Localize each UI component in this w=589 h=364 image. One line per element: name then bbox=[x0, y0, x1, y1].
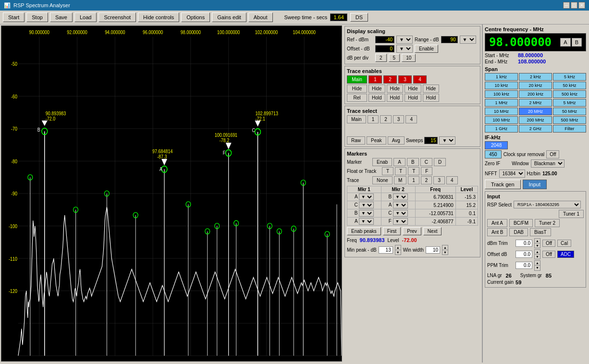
offset-db-input2[interactable] bbox=[515, 251, 532, 258]
title-bar-controls[interactable]: ─ □ ✕ bbox=[563, 2, 585, 9]
ref-dbm-input[interactable] bbox=[375, 36, 394, 43]
restore-button[interactable]: □ bbox=[571, 2, 577, 9]
ds-button[interactable]: DS bbox=[350, 13, 368, 22]
span-20khz[interactable]: 20 kHz bbox=[519, 82, 552, 89]
enab-peaks-button[interactable]: Enab peaks bbox=[347, 227, 381, 235]
float-f-button[interactable]: F bbox=[421, 167, 432, 175]
trace-num-4-button[interactable]: 4 bbox=[446, 176, 458, 184]
bc-fm-button[interactable]: BC/FM bbox=[509, 219, 533, 227]
span-filter[interactable]: Filter bbox=[553, 125, 586, 133]
trace-select-1[interactable]: 1 bbox=[368, 115, 379, 123]
offset-db-up[interactable]: ▲ bbox=[535, 250, 540, 255]
ppm-trim-down[interactable]: ▼ bbox=[535, 266, 540, 270]
mkr1-select-4[interactable]: ▼ bbox=[359, 218, 374, 225]
ant-a-button[interactable]: Ant A bbox=[487, 219, 507, 227]
trace-4-button[interactable]: 4 bbox=[413, 75, 427, 84]
if-450-button[interactable]: 450 bbox=[485, 150, 502, 158]
span-10mhz[interactable]: 10 MHz bbox=[485, 108, 518, 115]
hide-2-button[interactable]: Hide bbox=[387, 85, 404, 93]
ref-dbm-select[interactable]: ▼ bbox=[396, 36, 413, 44]
start-button[interactable]: Start bbox=[3, 12, 25, 22]
trace-3-button[interactable]: 3 bbox=[398, 75, 412, 84]
mkr2-select-4[interactable]: ▼ bbox=[393, 218, 408, 225]
off1-button[interactable]: Off bbox=[542, 240, 555, 247]
hide-main-button[interactable]: Hide bbox=[347, 85, 367, 93]
trace-select-3[interactable]: 3 bbox=[393, 115, 405, 123]
win-width-spinner[interactable]: ▲ ▼ bbox=[442, 245, 448, 255]
trace-main-button[interactable]: Main bbox=[347, 75, 367, 84]
first-button[interactable]: First bbox=[383, 227, 401, 235]
offset-db-down[interactable]: ▼ bbox=[535, 255, 540, 259]
prev-button[interactable]: Prev bbox=[403, 227, 421, 235]
clock-spur-off-button[interactable]: Off bbox=[546, 150, 559, 158]
min-peak-up[interactable]: ▲ bbox=[395, 245, 401, 250]
span-10khz[interactable]: 10 kHz bbox=[485, 82, 518, 89]
span-1ghz[interactable]: 1 GHz bbox=[485, 125, 518, 133]
close-button[interactable]: ✕ bbox=[578, 2, 585, 9]
load-button[interactable]: Load bbox=[74, 12, 97, 22]
enab-button[interactable]: Enab bbox=[372, 158, 392, 166]
avg-button[interactable]: Avg bbox=[388, 136, 405, 145]
enable-button[interactable]: Enable bbox=[415, 45, 438, 53]
span-2khz[interactable]: 2 kHz bbox=[519, 73, 552, 81]
a-button[interactable]: A bbox=[560, 38, 570, 47]
b-button[interactable]: B bbox=[572, 38, 582, 47]
span-100khz[interactable]: 100 kHz bbox=[485, 90, 518, 98]
ppm-trim-input[interactable] bbox=[515, 262, 532, 269]
range-db-input[interactable] bbox=[441, 36, 458, 43]
dbm-trim-spinner[interactable]: ▲ ▼ bbox=[534, 238, 540, 248]
hide-1-button[interactable]: Hide bbox=[368, 85, 385, 93]
db-5-button[interactable]: 5 bbox=[389, 54, 400, 62]
range-db-select[interactable]: ▼ bbox=[460, 36, 476, 44]
hide-controls-button[interactable]: Hide controls bbox=[138, 12, 179, 22]
sweeps-input[interactable] bbox=[424, 137, 438, 144]
trace-select-4[interactable]: 4 bbox=[405, 115, 417, 123]
db-2-button[interactable]: 2 bbox=[375, 54, 387, 62]
mkr2-select-3[interactable]: ▼ bbox=[393, 210, 408, 217]
span-500mhz[interactable]: 500 MHz bbox=[553, 116, 586, 124]
offset-db-input[interactable] bbox=[375, 45, 394, 52]
span-50khz[interactable]: 50 kHz bbox=[553, 82, 586, 89]
save-button[interactable]: Save bbox=[50, 12, 73, 22]
dbm-trim-down[interactable]: ▼ bbox=[535, 243, 540, 248]
hold-3-button[interactable]: Hold bbox=[405, 94, 421, 102]
cal-button[interactable]: Cal bbox=[557, 240, 571, 247]
mkr1-select-2[interactable]: ▼ bbox=[359, 202, 374, 208]
hold-4-button[interactable]: Hold bbox=[423, 94, 440, 102]
hide-4-button[interactable]: Hide bbox=[423, 85, 440, 93]
offset-db-select[interactable]: ▼ bbox=[396, 45, 413, 53]
float-t1-button[interactable]: T bbox=[382, 167, 393, 175]
if-2048-button[interactable]: 2048 bbox=[485, 141, 508, 149]
stop-button[interactable]: Stop bbox=[26, 12, 48, 22]
span-5khz[interactable]: 5 kHz bbox=[553, 73, 586, 81]
span-2ghz[interactable]: 2 GHz bbox=[519, 125, 552, 133]
dbm-trim-input[interactable] bbox=[515, 240, 532, 247]
min-peak-down[interactable]: ▼ bbox=[395, 250, 401, 255]
tuner2-button[interactable]: Tuner 2 bbox=[535, 219, 560, 227]
hold-2-button[interactable]: Hold bbox=[387, 94, 404, 102]
span-200khz[interactable]: 200 kHz bbox=[519, 90, 552, 98]
marker-b-button[interactable]: B bbox=[407, 158, 419, 166]
none-button[interactable]: None bbox=[372, 176, 393, 184]
raw-button[interactable]: Raw bbox=[347, 136, 365, 145]
window-select[interactable]: Blackman Hanning Hamming None bbox=[531, 159, 564, 168]
screenshot-button[interactable]: Screenshot bbox=[98, 12, 136, 22]
off2-button[interactable]: Off bbox=[542, 251, 555, 258]
span-50mhz[interactable]: 50 MHz bbox=[553, 108, 586, 115]
next-button[interactable]: Next bbox=[423, 227, 442, 235]
nfft-select[interactable]: 16384 8192 4096 2048 1024 bbox=[499, 170, 525, 178]
trace-2-button[interactable]: 2 bbox=[383, 75, 397, 84]
min-peak-input[interactable] bbox=[379, 246, 393, 254]
trace-m-button[interactable]: M bbox=[394, 176, 406, 184]
gains-edit-button[interactable]: Gains edit bbox=[212, 12, 246, 22]
mkr2-select-2[interactable]: ▼ bbox=[393, 202, 408, 208]
trace-num-1-button[interactable]: 1 bbox=[408, 176, 419, 184]
trace-num-2-button[interactable]: 2 bbox=[421, 176, 432, 184]
span-1khz[interactable]: 1 kHz bbox=[485, 73, 518, 81]
ppm-trim-up[interactable]: ▲ bbox=[535, 261, 540, 266]
span-2mhz[interactable]: 2 MHz bbox=[519, 99, 552, 107]
float-t3-button[interactable]: T bbox=[408, 167, 419, 175]
sweeps-select[interactable]: ▼ bbox=[439, 136, 455, 145]
span-100mhz[interactable]: 100 MHz bbox=[485, 116, 518, 124]
marker-c-button[interactable]: C bbox=[420, 158, 432, 166]
